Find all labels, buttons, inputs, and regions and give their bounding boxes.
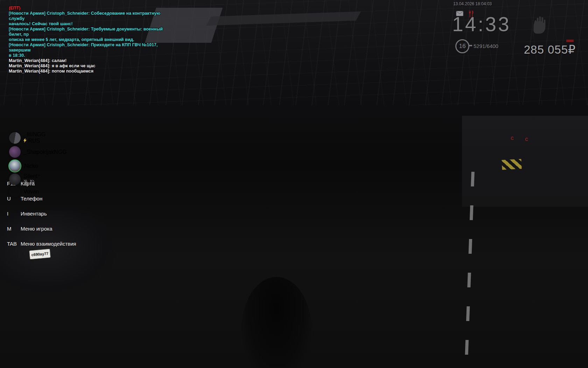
hud-datetime: 13.04.2026 18:04:03 <box>439 1 506 6</box>
chat-message: Martin_Werian[484]: потом пообщаемся <box>9 69 173 74</box>
parked-car <box>0 210 115 294</box>
chat-message: [Новости Армия] Cristoph_Schneider: Прих… <box>9 42 173 53</box>
avatar <box>9 173 21 185</box>
hud-exp: 5291/6400 <box>474 43 498 49</box>
keybind-key: M <box>7 226 19 232</box>
pillar-mark: C <box>525 137 528 142</box>
voice-player-pill: Nicko <box>24 163 38 169</box>
chat-message: Martin_Werian[484]: салам! <box>9 58 173 63</box>
hud-level-notch <box>469 45 472 46</box>
chat-message: [Новости Армия] Cristoph_Schneider: Треб… <box>9 27 173 37</box>
player-badge: RUS <box>23 138 40 144</box>
voice-player-name: Silent⁺ <box>23 173 40 179</box>
chat-message: Martin_Werian[484]: я в афк если че щас <box>9 63 173 69</box>
voice-player-row: Nicko <box>9 159 38 172</box>
chat-message: началось! Сейчас твой шанс! <box>9 21 173 27</box>
fist-icon <box>532 14 548 36</box>
pillar-mark: C <box>511 136 514 141</box>
voice-player-row: Silent⁺ <box>9 173 40 186</box>
lightning-icon <box>23 138 27 143</box>
avatar <box>9 186 21 197</box>
voice-player-name: _ShapokljakNGG <box>23 149 67 155</box>
voice-player-name: Nicko <box>24 163 38 169</box>
voice-player-row: _ShapokljakNGG <box>9 146 67 158</box>
hazard-stripes <box>502 159 522 170</box>
avatar <box>9 146 21 158</box>
voice-player-pill: _ShapokljakNGG <box>23 149 67 155</box>
keybind-key: TAB <box>7 241 19 247</box>
license-plate: с690ау77 <box>29 248 51 259</box>
voice-player-row: Vovan <box>9 186 39 197</box>
chat-message: описка не менее 5 лет, медкарта, опрятны… <box>9 37 173 42</box>
garage-wall <box>462 116 588 207</box>
hud-clock: 14:33 <box>452 13 511 36</box>
chat-message: в 18:30. <box>9 53 173 58</box>
chat-message: (ЕПТ) <box>9 6 173 11</box>
keybind-label: Инвентарь <box>21 211 105 217</box>
keybind-label: Меню взаимодействия <box>21 241 105 247</box>
voice-player-name: Vovan <box>23 189 39 195</box>
hud-level-circle: 16 <box>455 39 469 53</box>
keybind-key: I <box>7 211 19 217</box>
voice-player-row: _IIIINGG RUS <box>9 131 46 144</box>
headphones-off-icon <box>30 179 35 184</box>
avatar <box>9 132 21 144</box>
voice-player-pill: Silent⁺ <box>23 173 40 186</box>
voice-player-pill: _IIIINGG RUS <box>23 131 46 144</box>
voice-player-pill: Vovan <box>23 189 39 195</box>
voice-player-name: _IIIINGG <box>23 131 46 137</box>
money-status-bar <box>566 40 574 42</box>
chat-log: (ЕПТ) [Новости Армия] Cristoph_Schneider… <box>9 6 173 74</box>
keybind-label: Меню игрока <box>21 226 105 232</box>
hud-money: 285 055₽ <box>511 43 576 56</box>
chat-message: [Новости Армия] Cristoph_Schneider: Собе… <box>9 11 173 21</box>
mic-off-icon <box>23 179 28 184</box>
avatar-speaking <box>8 159 21 172</box>
